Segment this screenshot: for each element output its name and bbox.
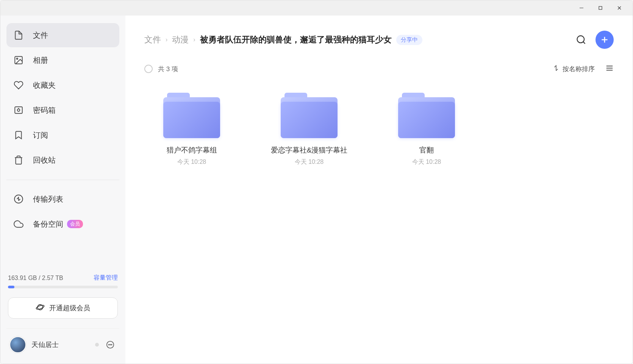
file-icon xyxy=(13,30,24,40)
svg-point-7 xyxy=(17,109,20,112)
folder-item[interactable]: 爱恋字幕社&漫猫字幕社 今天 10:28 xyxy=(262,93,356,166)
sidebar-item-safe[interactable]: 密码箱 xyxy=(6,98,119,122)
content-area: 文件 › 动漫 › 被勇者队伍开除的驯兽使，邂逅了最强种的猫耳少女 分享中 xyxy=(125,16,633,364)
search-button[interactable] xyxy=(576,34,586,45)
folder-item[interactable]: 官翻 今天 10:28 xyxy=(379,93,474,166)
breadcrumb-sep: › xyxy=(193,36,195,43)
folder-name: 官翻 xyxy=(419,145,434,156)
sidebar-item-album[interactable]: 相册 xyxy=(6,48,119,72)
svg-point-16 xyxy=(577,36,585,43)
sort-icon xyxy=(553,65,560,73)
planet-icon xyxy=(36,303,45,314)
folder-name: 爱恋字幕社&漫猫字幕社 xyxy=(271,145,348,156)
folder-date: 今天 10:28 xyxy=(177,158,206,166)
svg-point-15 xyxy=(111,344,112,345)
nav-label: 文件 xyxy=(33,30,48,40)
storage-fill xyxy=(8,286,14,288)
add-button[interactable] xyxy=(595,31,614,49)
svg-point-5 xyxy=(17,58,18,59)
folder-icon xyxy=(398,93,455,138)
storage-manage-link[interactable]: 容量管理 xyxy=(94,274,118,282)
item-count: 共 3 项 xyxy=(158,65,178,73)
member-badge: 会员 xyxy=(67,220,83,228)
sidebar-item-files[interactable]: 文件 xyxy=(6,23,119,47)
view-toggle-button[interactable] xyxy=(605,64,614,74)
divider xyxy=(6,180,119,180)
folder-name: 猎户不鸽字幕组 xyxy=(167,145,217,156)
folder-item[interactable]: 猎户不鸽字幕组 今天 10:28 xyxy=(144,93,239,166)
nav-label: 订阅 xyxy=(33,130,48,140)
maximize-button[interactable] xyxy=(591,0,610,16)
upgrade-label: 开通超级会员 xyxy=(49,303,90,313)
nav-label: 传输列表 xyxy=(33,194,63,204)
nav-label: 密码箱 xyxy=(33,105,56,115)
upgrade-button[interactable]: 开通超级会员 xyxy=(8,297,118,319)
avatar[interactable] xyxy=(9,336,26,353)
breadcrumb-item-current: 被勇者队伍开除的驯兽使，邂逅了最强种的猫耳少女 xyxy=(200,34,392,45)
photo-icon xyxy=(13,55,24,65)
titlebar xyxy=(0,0,633,16)
nav-label: 收藏夹 xyxy=(33,80,56,90)
storage-bar xyxy=(8,286,118,288)
breadcrumb-item-1[interactable]: 动漫 xyxy=(172,34,189,45)
minimize-button[interactable] xyxy=(572,0,591,16)
svg-point-13 xyxy=(108,344,109,345)
bookmark-icon xyxy=(13,130,24,140)
svg-rect-6 xyxy=(15,107,22,113)
sidebar-item-backup[interactable]: 备份空间 会员 xyxy=(6,212,119,236)
user-name: 天仙居士 xyxy=(31,340,87,349)
svg-point-14 xyxy=(110,344,111,345)
sidebar-item-transfer[interactable]: 传输列表 xyxy=(6,187,119,211)
svg-rect-1 xyxy=(599,6,602,9)
more-button[interactable] xyxy=(104,339,116,351)
storage-text: 163.91 GB / 2.57 TB xyxy=(8,275,63,282)
sidebar-item-subscribe[interactable]: 订阅 xyxy=(6,123,119,147)
folder-date: 今天 10:28 xyxy=(412,158,441,166)
select-all-checkbox[interactable] xyxy=(144,65,153,73)
cloud-icon xyxy=(13,219,24,229)
svg-point-11 xyxy=(36,304,44,310)
folder-icon xyxy=(163,93,220,138)
nav-label: 回收站 xyxy=(33,155,56,165)
sidebar-item-favorites[interactable]: 收藏夹 xyxy=(6,73,119,97)
breadcrumb: 文件 › 动漫 › 被勇者队伍开除的驯兽使，邂逅了最强种的猫耳少女 分享中 xyxy=(144,34,572,45)
sort-label: 按名称排序 xyxy=(563,65,595,73)
user-row: 天仙居士 xyxy=(6,328,119,356)
svg-line-17 xyxy=(583,42,585,44)
sort-button[interactable]: 按名称排序 xyxy=(553,65,595,73)
nav-label: 相册 xyxy=(33,55,48,65)
folder-icon xyxy=(281,93,338,138)
status-dot xyxy=(95,343,99,347)
share-tag: 分享中 xyxy=(396,35,422,45)
breadcrumb-sep: › xyxy=(166,36,167,43)
toolbar: 共 3 项 按名称排序 xyxy=(125,56,633,78)
sidebar: 文件 相册 收藏夹 密码箱 xyxy=(0,16,125,364)
sidebar-item-trash[interactable]: 回收站 xyxy=(6,148,119,172)
trash-icon xyxy=(13,155,24,165)
close-button[interactable] xyxy=(610,0,629,16)
safe-icon xyxy=(13,105,24,115)
folder-date: 今天 10:28 xyxy=(295,158,324,166)
nav-label: 备份空间 xyxy=(33,219,63,229)
transfer-icon xyxy=(13,194,24,204)
breadcrumb-item-root[interactable]: 文件 xyxy=(144,34,161,45)
heart-icon xyxy=(13,80,24,90)
storage-section: 163.91 GB / 2.57 TB 容量管理 开通超级会员 xyxy=(6,272,119,321)
folder-grid: 猎户不鸽字幕组 今天 10:28 爱恋字幕社&漫猫字幕社 今天 10:28 官翻… xyxy=(125,78,633,181)
content-header: 文件 › 动漫 › 被勇者队伍开除的驯兽使，邂逅了最强种的猫耳少女 分享中 xyxy=(125,16,633,56)
